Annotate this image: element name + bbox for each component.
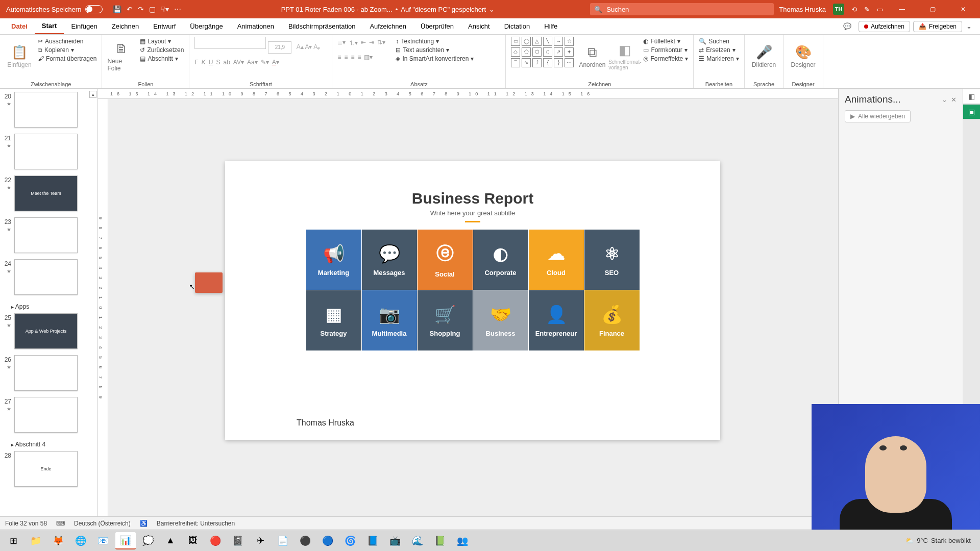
- fill-button[interactable]: ◐ Fülleffekt ▾: [643, 38, 688, 45]
- present-icon[interactable]: ▢: [149, 5, 156, 13]
- tab-view[interactable]: Ansicht: [461, 18, 497, 34]
- designer-button[interactable]: 🎨Designer: [789, 37, 818, 76]
- tab-animations[interactable]: Animationen: [230, 18, 281, 34]
- replace-button[interactable]: ⇄ Ersetzen ▾: [699, 46, 739, 54]
- powerpoint-icon[interactable]: 📊: [115, 532, 136, 549]
- tab-review[interactable]: Überprüfen: [413, 18, 461, 34]
- tab-slideshow[interactable]: Bildschirmpräsentation: [281, 18, 363, 34]
- format-painter-button[interactable]: 🖌 Format übertragen: [38, 55, 96, 62]
- align-right-icon[interactable]: ≡: [351, 54, 354, 61]
- justify-icon[interactable]: ≡: [357, 54, 361, 61]
- reset-button[interactable]: ↺ Zurücksetzen: [140, 46, 184, 54]
- thumbnail-21[interactable]: [14, 134, 78, 169]
- font-size-combo[interactable]: 21,9: [268, 41, 291, 54]
- tab-design[interactable]: Entwurf: [146, 18, 183, 34]
- slide-thumbnails-panel[interactable]: ▴ 20★ 21★ 22★Meet the Team 23★ 24★ Apps …: [0, 89, 98, 516]
- outlook-icon[interactable]: 📧: [93, 532, 113, 549]
- dictate-button[interactable]: 🎤Diktieren: [750, 37, 778, 76]
- case-icon[interactable]: Aa▾: [247, 59, 258, 66]
- paste-button[interactable]: 📋Einfügen: [5, 37, 34, 76]
- section-apps[interactable]: Apps: [2, 301, 95, 313]
- app-icon-4[interactable]: 📄: [273, 532, 293, 549]
- lang-icon[interactable]: ⌨: [56, 520, 65, 527]
- section-button[interactable]: ▤ Abschnitt ▾: [140, 55, 184, 62]
- copy-button[interactable]: ⧉ Kopieren ▾: [38, 46, 96, 54]
- align-text-button[interactable]: ⊟ Text ausrichten ▾: [396, 46, 474, 54]
- smartart-button[interactable]: ◈ In SmartArt konvertieren ▾: [396, 55, 474, 62]
- shrink-font-icon[interactable]: A▾: [305, 43, 312, 51]
- toggle-switch[interactable]: [85, 5, 103, 13]
- arrange-button[interactable]: ⧉Anordnen: [578, 37, 606, 76]
- text-direction-button[interactable]: ↕ Textrichtung ▾: [396, 38, 474, 45]
- record-button[interactable]: Aufzeichnen: [859, 21, 910, 32]
- share-button[interactable]: 📤Freigeben: [913, 21, 962, 32]
- sidetab-animations[interactable]: ▣: [963, 104, 980, 119]
- draw-icon[interactable]: ✎: [864, 6, 870, 13]
- tab-transitions[interactable]: Übergänge: [183, 18, 230, 34]
- tab-file[interactable]: Datei: [4, 18, 35, 34]
- language-status[interactable]: Deutsch (Österreich): [74, 520, 131, 527]
- underline-icon[interactable]: U: [209, 59, 213, 66]
- start-button[interactable]: ⊞: [3, 532, 23, 549]
- app-icon-7[interactable]: 📺: [385, 532, 405, 549]
- window-icon[interactable]: ▭: [877, 6, 883, 13]
- section-4[interactable]: Abschnitt 4: [2, 439, 95, 451]
- clear-format-icon[interactable]: Aᵩ: [313, 43, 320, 51]
- app-icon-6[interactable]: 🌀: [340, 532, 360, 549]
- firefox-icon[interactable]: 🦊: [48, 532, 68, 549]
- slide-counter[interactable]: Folie 32 von 58: [5, 520, 47, 527]
- thumbnail-26[interactable]: [14, 355, 78, 391]
- tile-grid[interactable]: 📢Marketing💬MessagesⓔSocial◐Corporate☁Clo…: [225, 230, 720, 350]
- select-button[interactable]: ☰ Markieren ▾: [699, 55, 739, 62]
- strike-icon[interactable]: S: [216, 59, 220, 66]
- user-name[interactable]: Thomas Hruska: [779, 6, 826, 13]
- chevron-down-icon[interactable]: ⌄: [489, 6, 495, 13]
- italic-icon[interactable]: K: [202, 59, 206, 66]
- slide-editor[interactable]: Business Report Write here your great su…: [225, 161, 720, 440]
- tab-dictation[interactable]: Dictation: [497, 18, 537, 34]
- sidetab-1[interactable]: ◧: [963, 89, 980, 104]
- telegram-icon[interactable]: ✈: [250, 532, 271, 549]
- shadow-icon[interactable]: ab: [223, 59, 230, 66]
- indent-icon[interactable]: ⇥: [369, 39, 374, 47]
- grow-font-icon[interactable]: A▴: [297, 43, 304, 51]
- effects-button[interactable]: ◎ Formeffekte ▾: [643, 55, 688, 62]
- tile-messages[interactable]: 💬Messages: [362, 230, 417, 290]
- tile-multimedia[interactable]: 📷Multimedia: [362, 290, 417, 350]
- thumbnail-20[interactable]: [14, 92, 78, 128]
- pane-collapse-icon[interactable]: ⌄: [942, 96, 947, 104]
- scroll-up-icon[interactable]: ▴: [89, 91, 96, 98]
- undo-icon[interactable]: ↶: [127, 5, 133, 13]
- new-slide-button[interactable]: 🗎Neue Folie: [107, 37, 136, 76]
- accessibility-status[interactable]: Barrierefreiheit: Untersuchen: [157, 520, 235, 527]
- onenote-icon[interactable]: 📓: [228, 532, 248, 549]
- tab-help[interactable]: Hilfe: [537, 18, 565, 34]
- thumbnail-24[interactable]: [14, 259, 78, 295]
- tile-business[interactable]: 🤝Business: [473, 290, 528, 350]
- sync-icon[interactable]: ⟲: [851, 6, 857, 13]
- save-icon[interactable]: 💾: [113, 5, 121, 13]
- shapes-gallery[interactable]: ▭◯△╲→☆ ◇⬠⬡⬯↗✦ ⌒∿⤴{}⋯: [511, 37, 574, 67]
- minimize-button[interactable]: —: [890, 6, 914, 13]
- cut-button[interactable]: ✂ Ausschneiden: [38, 38, 96, 45]
- tile-marketing[interactable]: 📢Marketing: [306, 230, 361, 290]
- tile-entrepreneur[interactable]: 👤Entrepreneur: [529, 290, 584, 350]
- spacing-icon[interactable]: AV▾: [233, 59, 244, 66]
- thumbnail-22[interactable]: Meet the Team: [14, 176, 78, 211]
- outdent-icon[interactable]: ⇤: [361, 39, 366, 47]
- tab-draw[interactable]: Zeichnen: [105, 18, 146, 34]
- autosave-toggle[interactable]: Automatisches Speichern: [0, 5, 109, 13]
- thumbnail-28[interactable]: Ende: [14, 451, 78, 487]
- tile-finance[interactable]: 💰Finance: [584, 290, 640, 350]
- tile-strategy[interactable]: ▦Strategy: [306, 290, 361, 350]
- outline-button[interactable]: ▭ Formkontur ▾: [643, 46, 688, 54]
- app-icon-3[interactable]: 🔴: [205, 532, 226, 549]
- bold-icon[interactable]: F: [194, 59, 198, 66]
- collapse-ribbon-icon[interactable]: ⌄: [962, 22, 976, 30]
- weather-widget[interactable]: ⛅ 9°C Stark bewölkt: [905, 537, 977, 544]
- bullets-icon[interactable]: ≣▾: [337, 39, 346, 47]
- font-family-combo[interactable]: [194, 37, 266, 49]
- align-left-icon[interactable]: ≡: [337, 54, 341, 61]
- layout-button[interactable]: ▦ Layout ▾: [140, 38, 184, 45]
- thumbnail-25[interactable]: App & Web Projects: [14, 313, 78, 349]
